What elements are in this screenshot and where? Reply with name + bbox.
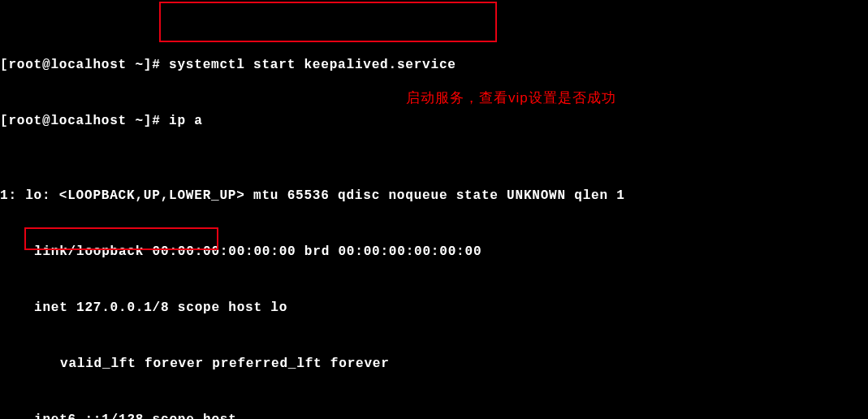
prompt-user-host: [root@localhost ~]#	[0, 114, 161, 128]
command-2: ip a	[169, 114, 203, 128]
iface-lo-link: link/loopback 00:00:00:00:00:00 brd 00:0…	[0, 243, 868, 261]
iface-lo-header: 1: lo: <LOOPBACK,UP,LOWER_UP> mtu 65536 …	[0, 187, 868, 205]
prompt-user-host: [root@localhost ~]#	[0, 58, 161, 72]
iface-lo-inet: inet 127.0.0.1/8 scope host lo	[0, 299, 868, 317]
iface-lo-valid: valid_lft forever preferred_lft forever	[0, 355, 868, 374]
prompt-line-1: [root@localhost ~]# systemctl start keep…	[0, 56, 868, 75]
highlight-box-commands	[159, 2, 497, 42]
command-1: systemctl start keepalived.service	[169, 58, 456, 72]
iface-lo-inet6: inet6 ::1/128 scope host	[0, 411, 868, 419]
terminal-output[interactable]: [root@localhost ~]# systemctl start keep…	[0, 0, 868, 419]
prompt-line-2: [root@localhost ~]# ip a	[0, 112, 868, 131]
annotation-text: 启动服务，查看vip设置是否成功	[406, 89, 616, 107]
